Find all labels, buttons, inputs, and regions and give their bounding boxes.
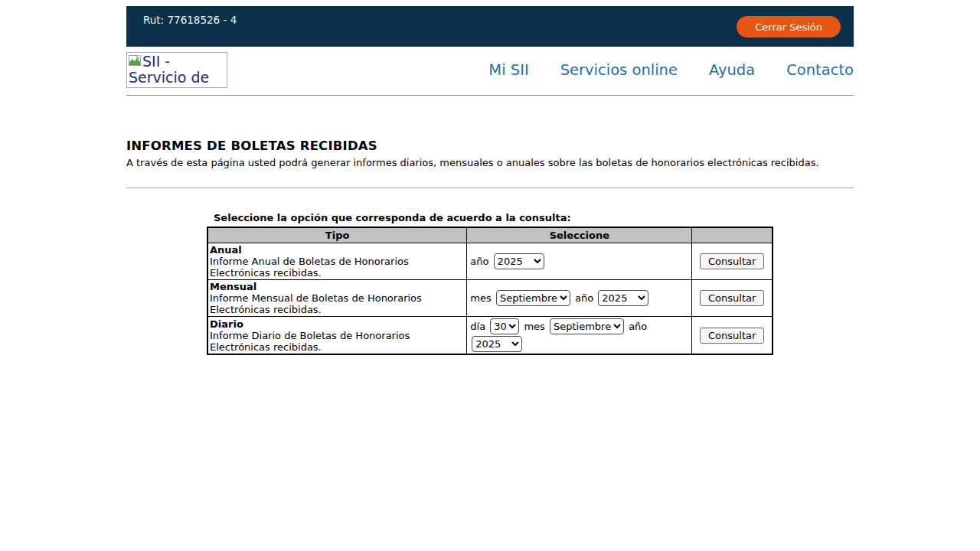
anual-year-label: año bbox=[470, 256, 488, 267]
diario-type-description: Informe Diario de Boletas de Honorarios … bbox=[210, 330, 410, 353]
report-options-section: Seleccione la opción que corresponda de … bbox=[207, 212, 773, 355]
nav-contacto[interactable]: Contacto bbox=[786, 61, 854, 79]
anual-type-label: Anual bbox=[210, 244, 242, 256]
mensual-type-label: Mensual bbox=[210, 281, 256, 292]
logout-button[interactable]: Cerrar Sesión bbox=[737, 16, 841, 37]
sii-logo-broken-image[interactable]: SII - Servicio de bbox=[126, 52, 227, 88]
page-title: INFORMES DE BOLETAS RECIBIDAS bbox=[126, 139, 854, 153]
table-row-mensual: Mensual Informe Mensual de Boletas de Ho… bbox=[207, 280, 773, 317]
diario-day-select[interactable]: 30 bbox=[490, 318, 519, 334]
diario-month-label: mes bbox=[524, 321, 544, 332]
table-row-anual: Anual Informe Anual de Boletas de Honora… bbox=[207, 243, 773, 280]
diario-type-label: Diario bbox=[210, 318, 243, 330]
anual-type-description: Informe Anual de Boletas de Honorarios E… bbox=[210, 256, 409, 279]
diario-tipo-cell: Diario Informe Diario de Boletas de Hono… bbox=[207, 317, 467, 355]
nav-servicios-online[interactable]: Servicios online bbox=[560, 61, 678, 79]
broken-image-icon bbox=[129, 54, 142, 70]
header-tipo: Tipo bbox=[207, 227, 467, 243]
diario-consultar-button[interactable]: Consultar bbox=[700, 328, 764, 344]
section-divider bbox=[126, 187, 854, 188]
anual-select-cell: año 2025 bbox=[467, 243, 692, 280]
diario-button-cell: Consultar bbox=[692, 317, 773, 355]
header-empty bbox=[692, 227, 773, 243]
main-nav: Mi SII Servicios online Ayuda Contacto bbox=[488, 61, 854, 79]
diario-month-select[interactable]: Septiembre bbox=[550, 318, 624, 334]
anual-button-cell: Consultar bbox=[692, 243, 773, 280]
site-header: SII - Servicio de Mi SII Servicios onlin… bbox=[126, 47, 854, 96]
diario-day-label: día bbox=[470, 321, 485, 332]
mensual-consultar-button[interactable]: Consultar bbox=[700, 290, 764, 306]
session-topbar: Rut: 77618526 - 4 Cerrar Sesión bbox=[126, 6, 854, 47]
table-caption: Seleccione la opción que corresponda de … bbox=[214, 212, 773, 223]
mensual-type-description: Informe Mensual de Boletas de Honorarios… bbox=[210, 292, 422, 315]
page-container: Rut: 77618526 - 4 Cerrar Sesión SII - Se… bbox=[126, 6, 854, 355]
mensual-month-select[interactable]: Septiembre bbox=[496, 290, 570, 306]
mensual-tipo-cell: Mensual Informe Mensual de Boletas de Ho… bbox=[207, 280, 467, 317]
mensual-select-cell: mes Septiembre año 2025 bbox=[467, 280, 692, 317]
diario-year-select[interactable]: 2025 bbox=[472, 336, 522, 352]
anual-year-select[interactable]: 2025 bbox=[494, 253, 544, 269]
page-description: A través de esta página usted podrá gene… bbox=[126, 157, 854, 168]
mensual-year-select[interactable]: 2025 bbox=[598, 290, 648, 306]
mensual-button-cell: Consultar bbox=[692, 280, 773, 317]
report-options-table: Tipo Seleccione Anual Informe Anual de B… bbox=[207, 227, 773, 355]
mensual-year-label: año bbox=[575, 292, 593, 304]
anual-consultar-button[interactable]: Consultar bbox=[700, 253, 764, 269]
table-row-diario: Diario Informe Diario de Boletas de Hono… bbox=[207, 317, 773, 355]
header-seleccione: Seleccione bbox=[467, 227, 692, 243]
diario-year-label: año bbox=[629, 321, 647, 332]
table-header-row: Tipo Seleccione bbox=[207, 227, 773, 243]
rut-label: Rut: 77618526 - 4 bbox=[143, 14, 237, 26]
nav-ayuda[interactable]: Ayuda bbox=[709, 61, 755, 79]
anual-tipo-cell: Anual Informe Anual de Boletas de Honora… bbox=[207, 243, 467, 280]
nav-mi-sii[interactable]: Mi SII bbox=[488, 61, 528, 79]
mensual-month-label: mes bbox=[470, 292, 491, 304]
diario-select-cell: día 30 mes Septiembre año 2025 bbox=[467, 317, 692, 355]
